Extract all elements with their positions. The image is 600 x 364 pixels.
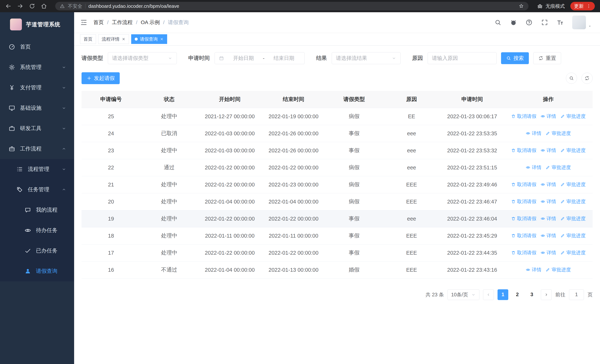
- cancel-leave-link[interactable]: 取消请假: [511, 147, 536, 154]
- cancel-leave-link[interactable]: 取消请假: [511, 113, 536, 120]
- reset-button[interactable]: 重置: [533, 52, 561, 64]
- detail-link[interactable]: 详情: [541, 233, 556, 239]
- search-button[interactable]: 搜索: [501, 52, 529, 64]
- github-icon[interactable]: [510, 19, 517, 26]
- tab-home[interactable]: 首页: [80, 34, 96, 44]
- table-row: 21 处理中 2022-01-22 00:00:00 2022-01-23 00…: [82, 176, 593, 193]
- page-button-2[interactable]: 2: [512, 289, 523, 300]
- sidebar-item-infrastructure[interactable]: 基础设施: [0, 98, 74, 118]
- font-size-icon[interactable]: [557, 19, 564, 26]
- end-date-placeholder[interactable]: 结束日期: [268, 55, 300, 62]
- search-icon[interactable]: [494, 19, 501, 26]
- calendar-icon: [219, 56, 224, 61]
- approval-progress-link[interactable]: 审批进度: [545, 267, 571, 273]
- approval-progress-link[interactable]: 审批进度: [545, 130, 571, 137]
- active-tab-dot: [135, 38, 138, 41]
- help-icon[interactable]: [525, 19, 533, 26]
- cancel-leave-link[interactable]: 取消请假: [511, 250, 536, 256]
- approval-progress-link[interactable]: 审批进度: [560, 215, 586, 222]
- detail-link[interactable]: 详情: [526, 130, 542, 137]
- sidebar-item-task-management[interactable]: 任务管理: [0, 179, 74, 200]
- approval-progress-link[interactable]: 审批进度: [560, 233, 586, 239]
- search-icon: [506, 56, 511, 61]
- close-icon[interactable]: [122, 37, 125, 41]
- breadcrumb-oa-example[interactable]: OA 示例: [141, 19, 160, 26]
- page-button-1[interactable]: 1: [497, 289, 508, 300]
- refresh-table-button[interactable]: [581, 73, 593, 84]
- approval-progress-link[interactable]: 审批进度: [545, 164, 571, 171]
- approval-progress-link[interactable]: 审批进度: [560, 113, 586, 120]
- task-tag-icon: [16, 186, 23, 193]
- reason-input[interactable]: [432, 55, 492, 61]
- page-size-select[interactable]: 10条/页: [448, 289, 479, 300]
- address-bar[interactable]: 不安全 dashboard.yudao.iocoder.cn/bpm/oa/le…: [55, 2, 528, 10]
- detail-link[interactable]: 详情: [526, 164, 542, 171]
- date-range-picker[interactable]: 开始日期 - 结束日期: [215, 52, 305, 64]
- detail-link[interactable]: 详情: [541, 198, 556, 205]
- fullscreen-icon[interactable]: [541, 19, 548, 26]
- sidebar-item-process-management[interactable]: 流程管理: [0, 159, 74, 179]
- edit-icon: [560, 114, 565, 119]
- detail-link[interactable]: 详情: [541, 147, 556, 154]
- prev-page-button[interactable]: [483, 289, 494, 300]
- kebab-menu-icon[interactable]: [586, 4, 591, 9]
- app-title: 芋道管理系统: [26, 21, 60, 28]
- browser-update-button[interactable]: 更新: [570, 2, 595, 10]
- user-menu[interactable]: [572, 16, 592, 29]
- column-header-end: 结束时间: [262, 91, 325, 108]
- sidebar-item-system[interactable]: 系统管理: [0, 57, 74, 77]
- sidebar-item-my-process[interactable]: 我的流程: [0, 200, 74, 220]
- detail-link[interactable]: 详情: [541, 113, 556, 120]
- sidebar-item-leave-query[interactable]: 请假查询: [0, 261, 74, 281]
- tab-process-detail[interactable]: 流程详情: [98, 34, 129, 44]
- reload-icon[interactable]: [29, 3, 35, 9]
- sidebar-item-done-tasks[interactable]: 已办任务: [0, 241, 74, 261]
- dashboard-icon: [9, 44, 15, 50]
- start-date-placeholder[interactable]: 开始日期: [227, 55, 260, 62]
- table-row: 18 处理中 2022-01-11 00:00:00 2022-01-11 00…: [82, 227, 593, 244]
- tab-leave-query[interactable]: 请假查询: [131, 34, 167, 44]
- delete-icon: [511, 216, 516, 221]
- sidebar-item-payment[interactable]: 支付管理: [0, 77, 74, 98]
- home-icon[interactable]: [41, 3, 47, 9]
- app-logo[interactable]: 芋道管理系统: [0, 12, 74, 37]
- page-button-3[interactable]: 3: [526, 289, 537, 300]
- approval-progress-link[interactable]: 审批进度: [560, 198, 586, 205]
- cancel-leave-link[interactable]: 取消请假: [511, 198, 536, 205]
- sidebar-item-devtools[interactable]: 研发工具: [0, 118, 74, 139]
- approval-progress-link[interactable]: 审批进度: [560, 181, 586, 188]
- sidebar-item-workflow[interactable]: 工作流程: [0, 139, 74, 159]
- detail-link[interactable]: 详情: [541, 250, 556, 256]
- breadcrumb-home[interactable]: 首页: [94, 19, 104, 26]
- table-row: 23 处理中 2022-01-03 00:00:00 2022-01-26 00…: [82, 142, 593, 159]
- eye-icon: [541, 148, 545, 153]
- back-icon[interactable]: [5, 3, 11, 9]
- create-leave-button[interactable]: 发起请假: [82, 72, 120, 84]
- sidebar-item-todo-tasks[interactable]: 待办任务: [0, 220, 74, 241]
- close-icon[interactable]: [160, 37, 164, 41]
- sidebar-item-home[interactable]: 首页: [0, 37, 74, 57]
- leave-type-select[interactable]: 请选择请假类型: [108, 52, 177, 64]
- result-select[interactable]: 请选择流结果: [332, 52, 401, 64]
- detail-link[interactable]: 详情: [526, 267, 542, 273]
- detail-link[interactable]: 详情: [541, 215, 556, 222]
- eye-icon: [526, 267, 530, 272]
- bookmark-star-icon[interactable]: [518, 3, 524, 9]
- toggle-search-button[interactable]: [566, 73, 577, 84]
- approval-progress-link[interactable]: 审批进度: [560, 147, 586, 154]
- filter-bar: 请假类型 请选择请假类型 申请时间 开始日期 - 结束日期: [82, 52, 593, 64]
- sidebar-collapse-button[interactable]: [74, 19, 94, 26]
- goto-page-input[interactable]: [569, 289, 584, 300]
- url-text: dashboard.yudao.iocoder.cn/bpm/oa/leave: [88, 3, 179, 9]
- omnibox-divider: [85, 4, 85, 9]
- approval-progress-link[interactable]: 审批进度: [560, 250, 586, 256]
- forward-icon[interactable]: [17, 3, 23, 9]
- cancel-leave-link[interactable]: 取消请假: [511, 181, 536, 188]
- table-row: 22 通过 2022-01-22 00:00:00 2022-01-22 00:…: [82, 159, 593, 176]
- detail-link[interactable]: 详情: [541, 181, 556, 188]
- breadcrumb-workflow[interactable]: 工作流程: [112, 19, 133, 26]
- main-area: 首页 / 工作流程 / OA 示例 / 请假查询: [74, 12, 600, 364]
- next-page-button[interactable]: [541, 289, 552, 300]
- cancel-leave-link[interactable]: 取消请假: [511, 233, 536, 239]
- cancel-leave-link[interactable]: 取消请假: [511, 215, 536, 222]
